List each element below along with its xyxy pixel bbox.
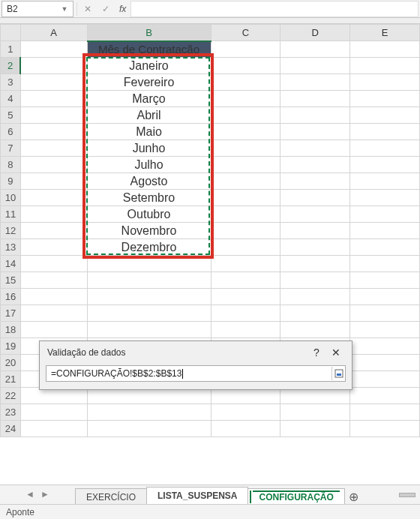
cell[interactable] <box>350 338 420 355</box>
col-header-E[interactable]: E <box>350 25 420 41</box>
cell[interactable] <box>350 404 420 421</box>
cell[interactable] <box>211 173 280 190</box>
sheet-tab-exercicio[interactable]: EXERCÍCIO <box>75 488 147 505</box>
cell[interactable] <box>211 140 280 157</box>
col-header-A[interactable]: A <box>20 25 87 41</box>
cell[interactable] <box>211 124 280 140</box>
month-cell[interactable]: Novembro <box>87 223 211 239</box>
name-box-dropdown-icon[interactable]: ▼ <box>61 5 68 13</box>
cell[interactable] <box>211 404 280 421</box>
month-cell[interactable]: Março <box>87 91 211 107</box>
cell[interactable] <box>350 371 420 388</box>
enter-button[interactable]: ✓ <box>97 1 115 17</box>
cell[interactable] <box>20 305 87 322</box>
row-header-4[interactable]: 4 <box>1 91 21 107</box>
month-cell[interactable]: Outubro <box>87 206 211 223</box>
cell[interactable] <box>280 421 350 437</box>
cell[interactable] <box>350 74 420 91</box>
row-header-22[interactable]: 22 <box>1 388 21 404</box>
row-header-18[interactable]: 18 <box>1 322 21 338</box>
cell[interactable] <box>211 305 280 322</box>
col-header-C[interactable]: C <box>211 25 280 41</box>
sheet-tab-lista-suspensa[interactable]: LISTA_SUSPENSA <box>146 487 248 505</box>
cell[interactable] <box>211 421 280 437</box>
grid[interactable]: A B C D E 1Mês de Contratação2Janeiro3Fe… <box>0 24 420 484</box>
cell[interactable] <box>350 41 420 58</box>
month-cell[interactable]: Julho <box>87 157 211 173</box>
cell[interactable] <box>280 239 350 256</box>
cell[interactable] <box>20 74 87 91</box>
cell[interactable] <box>280 305 350 322</box>
cell[interactable] <box>350 388 420 404</box>
cell[interactable] <box>211 272 280 289</box>
cell[interactable] <box>350 206 420 223</box>
row-header-7[interactable]: 7 <box>1 140 21 157</box>
cell[interactable] <box>20 404 87 421</box>
cell[interactable] <box>280 223 350 239</box>
cell[interactable] <box>350 256 420 272</box>
cell[interactable] <box>280 140 350 157</box>
cell[interactable] <box>280 272 350 289</box>
cell[interactable] <box>211 206 280 223</box>
row-header-9[interactable]: 9 <box>1 173 21 190</box>
cell[interactable] <box>280 74 350 91</box>
cell[interactable] <box>87 322 211 338</box>
cell[interactable] <box>280 206 350 223</box>
row-header-11[interactable]: 11 <box>1 206 21 223</box>
cell[interactable] <box>20 256 87 272</box>
cell[interactable] <box>280 124 350 140</box>
row-header-10[interactable]: 10 <box>1 190 21 206</box>
cell[interactable] <box>350 223 420 239</box>
cell[interactable] <box>280 58 350 74</box>
col-header-B[interactable]: B <box>87 25 211 41</box>
data-validation-dialog[interactable]: Validação de dados ? ✕ =CONFIGURAÇÃO!$B$… <box>39 340 352 390</box>
dialog-range-input[interactable]: =CONFIGURAÇÃO!$B$2:$B$13 <box>46 368 332 379</box>
cell[interactable] <box>280 289 350 305</box>
cell[interactable] <box>350 173 420 190</box>
cell[interactable] <box>350 124 420 140</box>
cell[interactable] <box>20 272 87 289</box>
tab-nav[interactable]: ◄ ► <box>0 484 75 504</box>
cell[interactable] <box>350 107 420 124</box>
month-cell[interactable]: Maio <box>87 124 211 140</box>
dialog-titlebar[interactable]: Validação de dados ? ✕ <box>40 341 352 362</box>
cell[interactable] <box>87 404 211 421</box>
cell[interactable] <box>211 41 280 58</box>
cell[interactable] <box>350 272 420 289</box>
cell[interactable] <box>211 91 280 107</box>
cell[interactable] <box>20 239 87 256</box>
cell[interactable] <box>350 289 420 305</box>
tab-next-icon[interactable]: ► <box>40 489 50 500</box>
cell[interactable] <box>87 289 211 305</box>
cell[interactable] <box>211 190 280 206</box>
cell[interactable] <box>350 355 420 371</box>
cell[interactable] <box>211 256 280 272</box>
row-header-8[interactable]: 8 <box>1 157 21 173</box>
header-cell-B1[interactable]: Mês de Contratação <box>87 41 211 58</box>
row-header-20[interactable]: 20 <box>1 355 21 371</box>
cell[interactable] <box>20 289 87 305</box>
row-header-6[interactable]: 6 <box>1 124 21 140</box>
row-header-5[interactable]: 5 <box>1 107 21 124</box>
sheet-tab-configuracao[interactable]: CONFIGURAÇÃO <box>248 488 344 505</box>
cell[interactable] <box>280 41 350 58</box>
row-header-3[interactable]: 3 <box>1 74 21 91</box>
formula-input[interactable] <box>130 1 418 17</box>
cell[interactable] <box>211 74 280 91</box>
name-box[interactable]: B2 ▼ <box>2 1 74 17</box>
cell[interactable] <box>87 305 211 322</box>
cell[interactable] <box>20 206 87 223</box>
fx-label[interactable]: fx <box>115 4 130 14</box>
row-header-16[interactable]: 16 <box>1 289 21 305</box>
cell[interactable] <box>20 223 87 239</box>
cell[interactable] <box>350 140 420 157</box>
cell[interactable] <box>350 421 420 437</box>
month-cell[interactable]: Fevereiro <box>87 74 211 91</box>
cell[interactable] <box>87 421 211 437</box>
cell[interactable] <box>280 107 350 124</box>
cancel-button[interactable]: ✕ <box>79 1 97 17</box>
row-header-24[interactable]: 24 <box>1 421 21 437</box>
row-header-1[interactable]: 1 <box>1 41 21 58</box>
cell[interactable] <box>280 91 350 107</box>
cell[interactable] <box>350 58 420 74</box>
